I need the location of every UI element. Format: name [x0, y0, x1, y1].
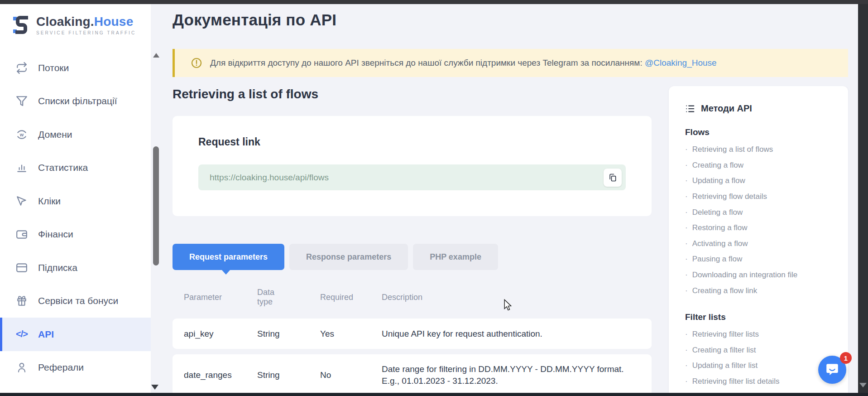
globe-icon: w	[15, 128, 28, 141]
method-link[interactable]: ·Creating a filter list	[685, 343, 834, 358]
sidebar-item-domains[interactable]: w Домени	[0, 118, 151, 151]
methods-section-filter-lists: Filter lists	[685, 312, 834, 322]
method-link[interactable]: ·Retrieving a list of flows	[685, 142, 834, 158]
request-url-input[interactable]	[198, 173, 604, 183]
sidebar-item-label: Реферали	[38, 362, 84, 373]
cursor-icon	[15, 195, 28, 208]
column-header-data-type: Data type	[257, 288, 290, 307]
list-icon	[685, 104, 695, 114]
sidebar-item-flows[interactable]: Потоки	[0, 51, 151, 85]
section-title: Retrieving a list of flows	[173, 87, 318, 101]
logo-text: Cloaking.House	[36, 14, 136, 29]
table-row: api_key String Yes Unique API key for re…	[173, 319, 652, 349]
cell-parameter: date_ranges	[184, 370, 252, 380]
sidebar-item-filter-lists[interactable]: Списки фільтрації	[0, 85, 151, 118]
logo-icon	[12, 14, 31, 36]
scroll-down-arrow-icon[interactable]	[859, 383, 867, 387]
sidebar-item-label: Домени	[38, 129, 72, 140]
method-link[interactable]: ·Pausing a flow	[685, 251, 834, 267]
parameter-tabs: Request parameters Response parameters P…	[173, 244, 498, 270]
method-link[interactable]: ·Retrieving flow details	[685, 189, 834, 205]
method-link[interactable]: ·Updating a flow	[685, 173, 834, 189]
bar-chart-icon	[15, 161, 28, 174]
sidebar-scroll-up-icon[interactable]	[153, 53, 159, 58]
sidebar-item-label: Статистика	[38, 162, 88, 173]
method-link[interactable]: ·Creating a flow	[685, 158, 834, 174]
sidebar-item-referrals[interactable]: Реферали	[0, 351, 151, 385]
cell-description: Date range for filtering in DD.MM.YYYY -…	[382, 363, 635, 386]
sidebar-item-clicks[interactable]: Кліки	[0, 184, 151, 218]
tab-request-parameters[interactable]: Request parameters	[173, 244, 284, 270]
column-header-description: Description	[382, 291, 635, 302]
cell-required: No	[320, 370, 374, 380]
method-link[interactable]: ·Retrieving filter lists	[685, 327, 834, 343]
code-icon: </>	[15, 328, 28, 341]
sidebar-item-label: Списки фільтрації	[38, 96, 117, 106]
sidebar-item-label: Потоки	[38, 63, 69, 73]
cell-required: Yes	[320, 329, 374, 339]
methods-section-flows: Flows	[685, 127, 834, 137]
sidebar-scroll-down-icon[interactable]	[151, 385, 158, 390]
cell-data-type: String	[257, 370, 312, 380]
method-link[interactable]: ·Activating a flow	[685, 236, 834, 252]
card-icon	[15, 261, 28, 274]
sidebar-nav: Потоки Списки фільтрації w Домени Статис…	[0, 51, 151, 384]
sidebar-item-api[interactable]: </> API	[0, 318, 151, 351]
chat-unread-badge: 1	[840, 352, 852, 364]
top-window-strip	[0, 0, 868, 4]
sidebar-item-label: API	[38, 329, 54, 340]
info-banner: Для відкриття доступу до нашого API звер…	[173, 49, 848, 77]
method-link[interactable]: ·Downloading an integration file	[685, 267, 834, 283]
column-header-required: Required	[320, 292, 374, 302]
logo-subtitle: SERVICE FILTERING TRAFFIC	[36, 30, 136, 35]
method-link[interactable]: ·Retrieving filter list details	[685, 374, 834, 390]
flows-icon	[15, 62, 28, 74]
sidebar: Cloaking.House SERVICE FILTERING TRAFFIC…	[0, 4, 151, 393]
sidebar-item-label: Кліки	[38, 196, 61, 207]
table-row: date_ranges String No Date range for fil…	[173, 354, 652, 396]
chat-bubble-icon	[825, 362, 840, 377]
svg-text:w: w	[19, 132, 24, 137]
method-link[interactable]: ·Updating a filter list	[685, 358, 834, 374]
method-link[interactable]: ·Deleting a flow	[685, 204, 834, 220]
filter-icon	[15, 95, 28, 107]
tab-response-parameters[interactable]: Response parameters	[289, 244, 408, 270]
person-icon	[15, 361, 28, 374]
table-header: Parameter Data type Required Description	[173, 280, 652, 314]
sidebar-item-label: Сервіси та бонуси	[38, 295, 118, 306]
sidebar-item-label: Фінанси	[38, 229, 73, 240]
bottom-window-strip	[0, 393, 868, 396]
sidebar-item-services[interactable]: Сервіси та бонуси	[0, 285, 151, 318]
gift-icon	[15, 295, 28, 307]
cell-parameter: api_key	[184, 329, 252, 339]
wallet-icon	[15, 228, 28, 241]
sidebar-scrollbar-thumb[interactable]	[153, 146, 159, 266]
request-link-title: Request link	[198, 136, 260, 148]
page-title: Документація по API	[173, 11, 336, 29]
method-link[interactable]: ·Restoring a flow	[685, 220, 834, 236]
methods-panel-title: Методи API	[685, 103, 834, 114]
telegram-link[interactable]: @Cloaking_House	[645, 58, 717, 68]
warning-icon	[191, 58, 202, 68]
copy-button[interactable]	[604, 169, 622, 187]
request-url-field-wrap	[198, 164, 626, 190]
method-link[interactable]: ·Creating a flow link	[685, 283, 834, 299]
cell-data-type: String	[257, 329, 312, 339]
sidebar-item-label: Підписка	[38, 262, 77, 273]
copy-icon	[608, 173, 617, 182]
right-scrollbar-track[interactable]	[858, 0, 868, 396]
logo[interactable]: Cloaking.House SERVICE FILTERING TRAFFIC	[12, 14, 136, 36]
cell-description: Unique API key for request authenticatio…	[382, 328, 635, 340]
column-header-parameter: Parameter	[184, 292, 252, 302]
banner-text: Для відкриття доступу до нашого API звер…	[210, 58, 717, 68]
api-methods-panel: Методи API Flows ·Retrieving a list of f…	[669, 86, 848, 396]
sidebar-item-subscription[interactable]: Підписка	[0, 251, 151, 285]
sidebar-item-statistics[interactable]: Статистика	[0, 151, 151, 185]
request-link-card: Request link	[173, 116, 652, 216]
sidebar-item-finance[interactable]: Фінанси	[0, 218, 151, 251]
tab-php-example[interactable]: PHP example	[413, 244, 498, 270]
